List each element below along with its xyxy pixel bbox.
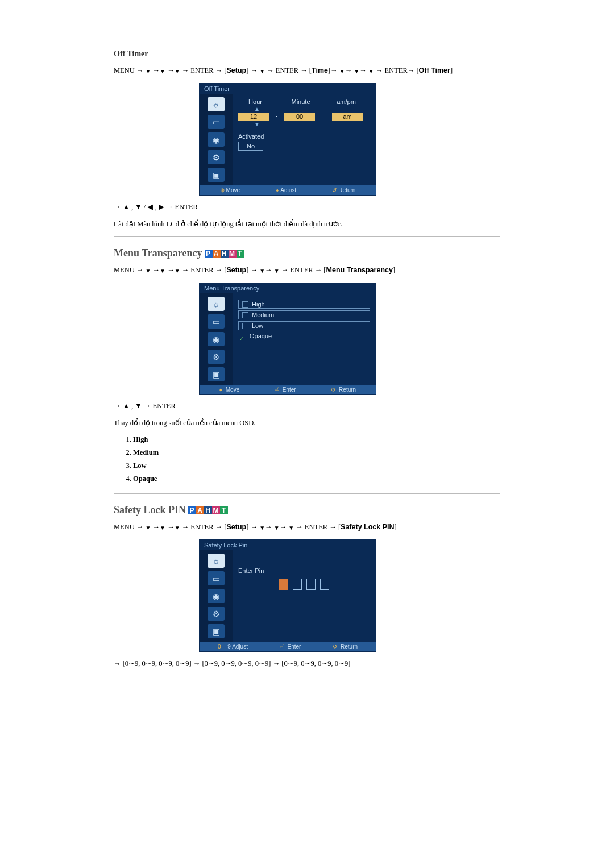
m-badge: M <box>212 506 220 514</box>
nav-keys-menu-transparency: → ▲ , ▼ → ENTER <box>114 402 500 410</box>
description-off-timer: Cài đặt Màn hình LCd ở chế độ tự động tắ… <box>114 219 500 229</box>
divider <box>114 39 500 39</box>
pin-box-1[interactable] <box>279 579 288 590</box>
sound-icon[interactable]: ▭ <box>208 571 225 585</box>
input-icon[interactable]: ▣ <box>208 367 225 381</box>
option-medium[interactable]: Medium <box>238 310 370 319</box>
path-enter: ENTER <box>190 266 213 274</box>
osd-title: Menu Transparency <box>200 283 376 293</box>
path-menu: MENU <box>114 523 135 531</box>
osd-sidebar: ☼ ▭ ◉ ⚙ ▣ <box>200 550 233 642</box>
gear-icon[interactable]: ⚙ <box>208 350 225 364</box>
divider <box>114 236 500 237</box>
h-badge: H <box>204 506 212 514</box>
divider <box>114 493 500 494</box>
pin-box-4[interactable] <box>320 579 329 590</box>
channel-icon[interactable]: ◉ <box>208 589 225 603</box>
down-triangle-icon: ▼ <box>274 525 280 531</box>
description-menu-transparency: Thay đổi độ trong suốt của nền của menu … <box>114 418 500 427</box>
list-item: Medium <box>133 448 500 457</box>
ampm-field[interactable]: am <box>332 113 363 121</box>
title-text: Safety Lock PIN <box>114 504 186 516</box>
path-time: Time <box>312 67 328 74</box>
input-icon[interactable]: ▣ <box>208 168 225 182</box>
zero-icon: 0 <box>218 643 221 650</box>
gear-icon[interactable]: ⚙ <box>208 150 225 164</box>
option-high[interactable]: High <box>238 300 370 309</box>
down-triangle-icon: ▼ <box>288 525 294 531</box>
label-hour: Hour <box>238 98 272 105</box>
footer-return: Return <box>339 387 356 393</box>
down-triangle-icon: ▼ <box>175 68 180 74</box>
activated-value[interactable]: No <box>238 142 263 151</box>
pahmt-badge: PAHMT <box>205 250 244 258</box>
return-icon: ↺ <box>331 387 335 393</box>
list-item: High <box>133 435 500 444</box>
move-icon: ⊕ <box>220 187 225 193</box>
picture-mode-icon[interactable]: ☼ <box>208 97 225 111</box>
sound-icon[interactable]: ▭ <box>208 314 225 329</box>
input-icon[interactable]: ▣ <box>208 624 225 638</box>
path-enter: ENTER <box>384 67 407 74</box>
label-minute: Minute <box>284 98 318 105</box>
down-triangle-icon: ▼ <box>339 68 345 74</box>
time-row: 12 : 00 am <box>238 113 370 121</box>
hour-field[interactable]: 12 <box>238 113 269 121</box>
section-title-menu-transparency: Menu Transparency PAHMT <box>114 247 500 259</box>
return-icon: ↺ <box>332 187 337 193</box>
footer-move: Move <box>226 387 239 393</box>
option-label: Opaque <box>250 333 272 339</box>
channel-icon[interactable]: ◉ <box>208 132 225 147</box>
path-target: Menu Transparency <box>326 266 393 274</box>
footer-enter: Enter <box>288 643 301 650</box>
osd-off-timer: Off Timer ☼ ▭ ◉ ⚙ ▣ Hour Minute am/pm ▲ … <box>199 83 376 196</box>
document-page: Off Timer MENU → ▼ →▼ →▼ → ENTER → [Setu… <box>57 0 557 697</box>
nav-path-safety-lock: MENU → ▼ →▼ →▼ → ENTER → [Setup] → ▼→ ▼→… <box>114 523 500 531</box>
arrow-down-icon: ▼ <box>238 122 370 127</box>
channel-icon[interactable]: ◉ <box>208 332 225 346</box>
transparency-options: High Medium Low Opaque <box>238 300 370 346</box>
path-menu: MENU <box>114 67 135 74</box>
down-triangle-icon: ▼ <box>160 268 165 274</box>
nav-path-off-timer: MENU → ▼ →▼ →▼ → ENTER → [Setup] → ▼ → E… <box>114 67 500 75</box>
option-label: High <box>252 301 265 308</box>
p-badge: P <box>188 506 196 514</box>
down-triangle-icon: ▼ <box>175 525 180 531</box>
option-label: Low <box>252 322 263 329</box>
path-target: Off Timer <box>419 67 450 74</box>
osd-safety-lock: Safety Lock Pin ☼ ▭ ◉ ⚙ ▣ Enter Pin <box>199 539 376 652</box>
gear-icon[interactable]: ⚙ <box>208 607 225 621</box>
pin-box-2[interactable] <box>293 579 302 590</box>
down-triangle-icon: ▼ <box>160 68 165 74</box>
picture-mode-icon[interactable]: ☼ <box>208 554 225 568</box>
p-badge: P <box>205 250 213 258</box>
list-label: Opaque <box>133 475 157 483</box>
down-triangle-icon: ▼ <box>259 268 265 274</box>
t-badge: T <box>220 506 228 514</box>
footer-move: Move <box>226 187 240 193</box>
nav-path-menu-transparency: MENU → ▼ →▼ →▼ → ENTER → [Setup] → ▼→ ▼ … <box>114 266 500 275</box>
adjust-icon: ♦ <box>276 187 279 193</box>
pin-box-3[interactable] <box>306 579 316 590</box>
osd-title: Off Timer <box>200 84 376 94</box>
down-triangle-icon: ▼ <box>274 268 280 274</box>
colon: : <box>276 114 277 121</box>
minute-field[interactable]: 00 <box>284 113 315 121</box>
path-enter: ENTER <box>305 523 327 531</box>
down-triangle-icon: ▼ <box>146 525 151 531</box>
list-item: Opaque <box>133 475 500 483</box>
path-setup: Setup <box>226 67 246 74</box>
return-icon: ↺ <box>333 643 337 650</box>
down-triangle-icon: ▼ <box>259 68 265 74</box>
option-opaque[interactable]: Opaque <box>238 332 370 340</box>
osd-title: Safety Lock Pin <box>200 540 376 550</box>
adjust-text: 9 Adjust <box>227 643 248 650</box>
down-triangle-icon: ▼ <box>146 68 151 74</box>
down-triangle-icon: ▼ <box>160 525 165 531</box>
picture-mode-icon[interactable]: ☼ <box>208 297 225 311</box>
list-label: Medium <box>133 448 159 456</box>
option-low[interactable]: Low <box>238 321 370 330</box>
activated-label: Activated <box>238 133 370 140</box>
sound-icon[interactable]: ▭ <box>208 115 225 129</box>
m-badge: M <box>229 250 237 258</box>
